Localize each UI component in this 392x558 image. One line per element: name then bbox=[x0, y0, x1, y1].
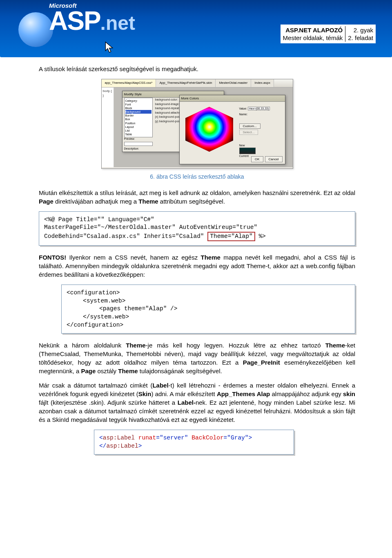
text-bold: App_Themes Alap bbox=[217, 390, 270, 397]
preview-box bbox=[124, 142, 153, 146]
text: tulajdonságának segítségével. bbox=[138, 368, 222, 374]
value-label: Value: bbox=[239, 107, 247, 110]
code-line: <%@ Page Title="" Language="C#" bbox=[44, 216, 154, 223]
topic-title: Mester oldalak, témák bbox=[281, 34, 345, 42]
tab-item: MesterOldal.master bbox=[216, 79, 251, 87]
lesson-number: 2. gyak bbox=[345, 26, 376, 34]
text-bold: Page bbox=[39, 198, 53, 205]
code-token: asp:Label bbox=[103, 435, 135, 441]
paragraph-4: Nekünk a három aloldalunk Theme-je más k… bbox=[39, 341, 355, 375]
tab-item: App_Themes/Alap/FehérSárPlk.skin bbox=[156, 79, 216, 87]
course-title: ASP.NET ALAPOZÓ bbox=[285, 27, 343, 34]
code-token bbox=[188, 435, 192, 441]
value-field: Hex={00,33,33} bbox=[248, 107, 270, 110]
task-number: 2. feladat bbox=[345, 34, 376, 42]
list-item: Border bbox=[125, 114, 151, 117]
text-bold: Skin bbox=[138, 390, 151, 397]
custom-button: Custom... bbox=[239, 123, 261, 129]
header-meta: ASP.NET ALAPOZÓ 2. gyak Mester oldalak, … bbox=[281, 25, 376, 43]
tab-item: Index.aspx bbox=[251, 79, 274, 87]
editor-gutter: body { } bbox=[102, 87, 114, 167]
text: Nekünk a három aloldalunk bbox=[39, 342, 126, 349]
list-item: Position bbox=[125, 121, 151, 125]
code-token: ="server" bbox=[156, 435, 188, 441]
name-label: Name: bbox=[239, 112, 285, 117]
text-bold: Theme bbox=[118, 368, 138, 374]
category-list: Category: Font Block Background Border B… bbox=[124, 98, 153, 137]
list-item: List bbox=[125, 129, 151, 132]
tab-item: app_Themes/Alap/AlapCSS.css* bbox=[102, 79, 156, 87]
ok-button: OK bbox=[251, 156, 263, 162]
code-token: runat bbox=[138, 435, 156, 441]
code-block-page-directive: <%@ Page Title="" Language="C#" MasterPa… bbox=[39, 211, 355, 246]
text-bold: Page bbox=[81, 368, 96, 374]
text-bold: Theme bbox=[126, 342, 145, 349]
code-line: </configuration> bbox=[67, 322, 123, 328]
swatch-preview bbox=[239, 148, 256, 154]
text: Miután elkészítettük a stílus leírását, … bbox=[39, 189, 355, 196]
page-header: Microsoft ASP.net ASP.NET ALAPOZÓ 2. gya… bbox=[0, 0, 392, 57]
code-line: MasterPageFile="~/MesterOldal.master" Au… bbox=[44, 224, 257, 231]
text-bold: Label- bbox=[178, 399, 196, 406]
logo-asp: ASP bbox=[49, 6, 100, 36]
text-bold: FONTOS! bbox=[39, 254, 66, 261]
text: osztály bbox=[96, 368, 118, 374]
text-bold: Page_PreInit bbox=[243, 359, 280, 366]
globe-icon bbox=[18, 12, 53, 47]
code-block-skin: <asp:Label runat="server" BackColor="Gra… bbox=[94, 430, 294, 455]
paragraph-3: FONTOS! Ilyenkor nem a CSS nevét, hanem … bbox=[39, 253, 355, 279]
code-token: < bbox=[99, 435, 103, 441]
more-colors-dialog: More Colors Value: Hex={00,33,33} Name: … bbox=[179, 95, 285, 164]
text: -je más kell hogy legyen. Hozzuk létre a… bbox=[146, 342, 325, 349]
list-item: Table bbox=[125, 132, 151, 136]
page-content: A stílusok leírását szerkesztő segítségé… bbox=[0, 57, 392, 478]
logo-net: .net bbox=[100, 12, 135, 34]
text-bold: Theme bbox=[325, 342, 345, 349]
paragraph-2: Miután elkészítettük a stílus leírását, … bbox=[39, 188, 355, 206]
paragraph-5: Már csak a dátumot tartalmazó cimkét (La… bbox=[39, 381, 355, 424]
paragraph-1: A stílusok leírását szerkesztő segítségé… bbox=[39, 65, 355, 73]
list-item: Block bbox=[125, 106, 151, 110]
description-label: Description: bbox=[124, 147, 139, 151]
cursor-icon bbox=[104, 41, 116, 54]
list-item: Layout bbox=[125, 125, 151, 129]
code-line: </system.web> bbox=[67, 313, 350, 321]
code-line: <configuration> bbox=[67, 289, 120, 296]
list-item: Font bbox=[125, 103, 151, 106]
text: direktívájában adhatjuk meg a bbox=[53, 198, 138, 205]
list-item: Background bbox=[125, 110, 151, 114]
dialog-title: More Colors bbox=[180, 95, 285, 102]
list-item: Box bbox=[125, 117, 151, 121]
highlight-theme-attr: Theme="Alap" bbox=[207, 232, 255, 242]
code-token bbox=[135, 435, 138, 441]
text-bold: Theme bbox=[201, 254, 220, 261]
code-token: ="Gray" bbox=[224, 435, 249, 441]
select-button: Select... bbox=[239, 130, 258, 135]
text-bold: Label bbox=[152, 382, 168, 389]
text-bold: skin bbox=[343, 390, 355, 397]
code-token: BackColor bbox=[192, 435, 223, 441]
text: almappájához adjunk egy bbox=[270, 390, 343, 397]
text: Ilyenkor nem a CSS nevét, hanem az egész bbox=[66, 254, 200, 261]
code-token: > bbox=[138, 443, 142, 449]
code-line: <system.web> bbox=[67, 297, 350, 305]
code-line: %> bbox=[255, 233, 266, 240]
text: ) adni. A már elkészített bbox=[151, 390, 216, 397]
code-line: CodeBehind="Csalad.aspx.cs" Inherits="Cs… bbox=[44, 233, 207, 240]
text: Már csak a dátumot tartalmazó cimkét ( bbox=[39, 382, 152, 389]
code-block-webconfig: <configuration> <system.web><pages theme… bbox=[61, 285, 355, 334]
code-token: asp:Label bbox=[106, 443, 138, 449]
code-token: > bbox=[249, 435, 252, 441]
text: attribútum segítségével. bbox=[158, 198, 225, 205]
css-editor-screenshot: app_Themes/Alap/AlapCSS.css* App_Themes/… bbox=[101, 79, 293, 169]
preview-label: Preview: bbox=[124, 137, 135, 141]
cancel-button: Cancel bbox=[265, 156, 283, 162]
code-token: </ bbox=[99, 443, 106, 449]
hex-color-picker bbox=[183, 107, 236, 152]
aspnet-logo: Microsoft ASP.net bbox=[49, 2, 135, 34]
list-item: Category: bbox=[125, 99, 151, 103]
text-bold: Theme bbox=[138, 198, 158, 205]
code-line: <pages theme="Alap" /> bbox=[67, 305, 350, 313]
figure-caption-6: 6. ábra CSS leírás szerkesztő ablaka bbox=[39, 173, 355, 181]
text: fájlt (kiterjesztése .skin). Adjunk szür… bbox=[39, 399, 178, 406]
